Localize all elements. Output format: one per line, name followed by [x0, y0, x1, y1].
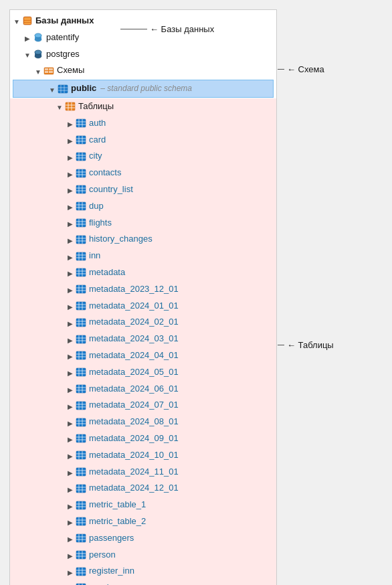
patentify-label: patentify — [46, 31, 79, 45]
svg-point-10 — [35, 54, 41, 58]
table-name: passengers — [89, 531, 134, 546]
svg-rect-107 — [76, 385, 86, 393]
table-row[interactable]: metadata_2023_12_01 — [10, 281, 276, 298]
table-icon — [76, 350, 86, 361]
tables-annotation-text: ← Таблицы — [287, 340, 334, 350]
table-name: inn — [89, 249, 100, 263]
table-icon — [76, 516, 86, 527]
table-row[interactable]: metadata_2024_03_01 — [10, 331, 276, 347]
table-icon — [76, 301, 86, 311]
table-row[interactable]: country_list — [10, 181, 276, 198]
table-name: session — [89, 581, 118, 585]
table-row[interactable]: flights — [10, 215, 276, 232]
table-icon — [76, 267, 86, 278]
table-chevron — [66, 169, 74, 177]
postgres-chevron — [23, 50, 31, 58]
table-row[interactable]: metadata_2024_02_01 — [10, 314, 276, 331]
table-row[interactable]: metadata_2024_12_01 — [10, 480, 276, 497]
svg-rect-16 — [49, 71, 53, 73]
table-row[interactable]: metadata_2024_07_01 — [10, 397, 276, 414]
svg-rect-52 — [76, 202, 86, 210]
table-chevron — [66, 219, 74, 227]
table-row[interactable]: session — [10, 580, 276, 585]
table-name: metadata_2023_12_01 — [89, 282, 179, 297]
table-row[interactable]: person — [10, 547, 276, 564]
table-icon — [76, 483, 86, 494]
svg-rect-102 — [76, 368, 86, 376]
table-row[interactable]: metadata_2024_05_01 — [10, 364, 276, 381]
table-chevron — [66, 551, 74, 559]
table-row[interactable]: metadata_2024_04_01 — [10, 347, 276, 364]
table-row[interactable]: metadata_2024_09_01 — [10, 430, 276, 447]
svg-rect-2 — [24, 21, 31, 22]
table-name: metric_table_1 — [89, 498, 146, 512]
table-row[interactable]: history_changes — [10, 231, 276, 248]
table-row[interactable]: register_inn — [10, 563, 276, 580]
table-row[interactable]: city — [10, 148, 276, 165]
svg-point-7 — [35, 33, 41, 37]
public-schema-node[interactable]: public – standard public schema — [13, 80, 274, 98]
svg-rect-3 — [24, 23, 31, 24]
table-chevron — [66, 368, 74, 376]
svg-rect-77 — [76, 285, 86, 293]
tables-chevron — [56, 102, 64, 110]
public-chevron — [48, 85, 56, 93]
table-chevron — [66, 268, 74, 276]
svg-rect-87 — [76, 319, 86, 327]
table-row[interactable]: passengers — [10, 530, 276, 547]
svg-rect-15 — [45, 71, 48, 73]
postgres-node[interactable]: postgres — [10, 46, 276, 63]
table-chevron — [66, 236, 74, 244]
table-icon — [76, 433, 86, 444]
svg-rect-82 — [76, 302, 86, 310]
table-row[interactable]: auth — [10, 115, 276, 132]
svg-rect-137 — [76, 485, 86, 493]
svg-rect-57 — [76, 219, 86, 227]
svg-rect-47 — [76, 185, 86, 193]
table-chevron — [66, 468, 74, 476]
svg-rect-152 — [76, 534, 86, 542]
tables-header[interactable]: Таблицы — [10, 98, 276, 115]
table-row[interactable]: inn — [10, 248, 276, 264]
tables-annotation-line — [278, 345, 284, 345]
table-row[interactable]: metadata_2024_08_01 — [10, 414, 276, 430]
table-row[interactable]: metric_table_2 — [10, 513, 276, 530]
table-chevron — [66, 185, 74, 193]
svg-rect-92 — [76, 335, 86, 343]
table-row[interactable]: dup — [10, 198, 276, 215]
table-icon — [76, 284, 86, 295]
table-chevron — [66, 402, 74, 410]
table-name: metadata_2024_03_01 — [89, 332, 179, 346]
table-row[interactable]: metadata_2024_01_01 — [10, 298, 276, 315]
table-chevron — [66, 534, 74, 542]
schema-annotation-line — [278, 69, 284, 70]
table-row[interactable]: contacts — [10, 165, 276, 181]
public-schema-icon — [58, 84, 68, 94]
schemas-node[interactable]: Схемы — [10, 62, 276, 79]
table-chevron — [66, 434, 74, 442]
table-name: person — [89, 548, 116, 562]
table-row[interactable]: metadata_2024_06_01 — [10, 381, 276, 398]
svg-rect-117 — [76, 418, 86, 426]
table-row[interactable]: metric_table_1 — [10, 497, 276, 513]
svg-rect-22 — [66, 102, 75, 110]
table-row[interactable]: metadata — [10, 264, 276, 281]
table-icon — [76, 334, 86, 345]
table-name: dup — [89, 199, 104, 214]
svg-rect-37 — [76, 153, 86, 161]
tables-section-label: Таблицы — [78, 100, 114, 114]
table-row[interactable]: card — [10, 132, 276, 149]
table-chevron — [66, 517, 74, 525]
svg-rect-162 — [76, 568, 86, 576]
svg-rect-32 — [76, 136, 86, 144]
table-icon — [76, 400, 86, 411]
table-row[interactable]: metadata_2024_11_01 — [10, 464, 276, 481]
databases-icon — [22, 15, 33, 26]
table-chevron — [66, 568, 74, 576]
table-row[interactable]: metadata_2024_10_01 — [10, 447, 276, 464]
table-chevron — [66, 485, 74, 493]
svg-rect-127 — [76, 451, 86, 459]
postgres-label: postgres — [46, 48, 80, 62]
table-icon — [76, 168, 86, 179]
table-name: metadata_2024_07_01 — [89, 398, 179, 412]
